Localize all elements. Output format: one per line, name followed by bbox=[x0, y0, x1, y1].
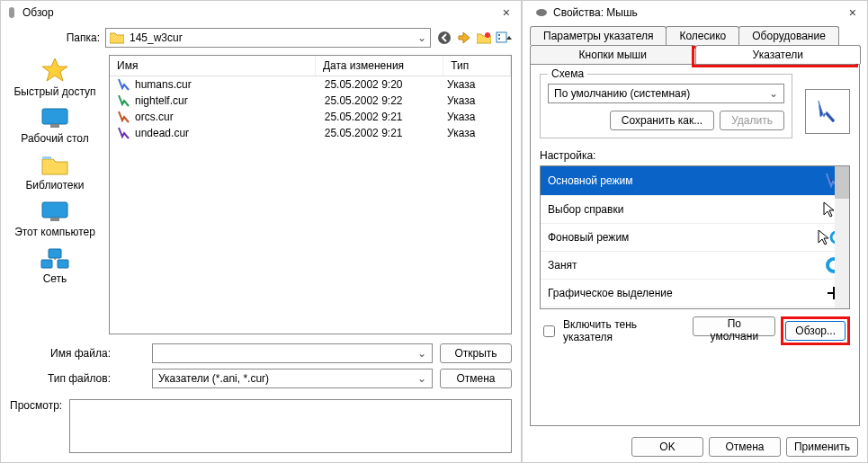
svg-rect-12 bbox=[41, 260, 52, 268]
browse-button[interactable]: Обзор... bbox=[785, 321, 846, 341]
back-icon[interactable] bbox=[436, 30, 452, 46]
mouse-icon bbox=[535, 7, 548, 18]
tab-strip: Параметры указателя Колесико Оборудовани… bbox=[530, 26, 860, 64]
delete-button[interactable]: Удалить bbox=[720, 111, 784, 130]
close-icon[interactable]: × bbox=[497, 5, 515, 20]
view-menu-icon[interactable] bbox=[496, 30, 512, 46]
file-list[interactable]: humans.cur25.05.2002 9:20Указаnightelf.c… bbox=[110, 76, 511, 334]
tab-content: Схема По умолчанию (системная) ⌄ Сохрани… bbox=[530, 64, 860, 426]
folder-row: Папка: 145_w3cur ⌄ bbox=[1, 24, 521, 51]
close-icon[interactable]: × bbox=[844, 5, 862, 20]
cursor-file-icon bbox=[117, 127, 130, 139]
svg-rect-9 bbox=[42, 202, 67, 218]
file-row[interactable]: orcs.cur25.05.2002 9:21Указа bbox=[110, 109, 511, 125]
folder-toolbar bbox=[436, 30, 512, 46]
folder-combo[interactable]: 145_w3cur ⌄ bbox=[105, 28, 431, 48]
svg-rect-5 bbox=[498, 38, 500, 40]
tab-pointer-options[interactable]: Параметры указателя bbox=[530, 26, 667, 45]
place-libraries[interactable]: Библиотеки bbox=[25, 154, 84, 191]
tab-pointers[interactable]: Указатели bbox=[695, 45, 862, 64]
browse-dialog: Обзор × Папка: 145_w3cur ⌄ Быстрый досту… bbox=[0, 0, 522, 463]
scrollbar-thumb[interactable] bbox=[835, 166, 849, 199]
file-row[interactable]: humans.cur25.05.2002 9:20Указа bbox=[110, 76, 511, 93]
file-row[interactable]: undead.cur25.05.2002 9:21Указа bbox=[110, 125, 511, 141]
svg-rect-6 bbox=[42, 109, 67, 124]
chevron-down-icon: ⌄ bbox=[417, 31, 426, 44]
pointer-row[interactable]: Фоновый режим bbox=[541, 224, 849, 252]
filename-input[interactable]: ⌄ bbox=[152, 343, 433, 363]
place-network[interactable]: Сеть bbox=[40, 247, 70, 285]
file-date: 25.05.2002 9:20 bbox=[325, 78, 447, 91]
file-row[interactable]: nightelf.cur25.05.2002 9:22Указа bbox=[110, 93, 511, 109]
folder-value: 145_w3cur bbox=[130, 31, 183, 44]
open-button[interactable]: Открыть bbox=[440, 343, 512, 363]
pointer-label: Фоновый режим bbox=[548, 231, 629, 244]
apply-button[interactable]: Применить bbox=[786, 437, 858, 457]
default-button[interactable]: По умолчани bbox=[693, 316, 775, 336]
filetype-label: Тип файлов: bbox=[10, 372, 118, 385]
dialog-buttons: OK Отмена Применить bbox=[523, 432, 867, 462]
svg-rect-13 bbox=[58, 260, 68, 268]
file-name: humans.cur bbox=[135, 78, 192, 91]
tab-hardware[interactable]: Оборудование bbox=[738, 26, 839, 45]
preview-label: Просмотр: bbox=[10, 399, 62, 412]
cursor-file-icon bbox=[117, 78, 130, 91]
filetype-combo[interactable]: Указатели (*.ani, *.cur) ⌄ bbox=[152, 369, 433, 388]
places-bar: Быстрый доступ Рабочий стол Библиотеки Э… bbox=[1, 51, 109, 338]
svg-rect-3 bbox=[497, 32, 506, 42]
red-highlight-2: Обзор... bbox=[781, 316, 850, 345]
settings-label: Настройка: bbox=[540, 149, 850, 162]
cursor-file-icon bbox=[117, 111, 130, 123]
svg-rect-0 bbox=[9, 7, 14, 18]
up-icon[interactable] bbox=[456, 30, 472, 46]
cancel-button[interactable]: Отмена bbox=[440, 369, 512, 388]
pointer-label: Занят bbox=[548, 259, 577, 272]
file-date: 25.05.2002 9:21 bbox=[325, 127, 447, 139]
svg-rect-8 bbox=[42, 156, 51, 159]
svg-rect-7 bbox=[50, 124, 59, 128]
svg-rect-11 bbox=[49, 249, 61, 258]
scheme-group: Схема По умолчанию (системная) ⌄ Сохрани… bbox=[540, 74, 792, 138]
pointer-row[interactable]: Графическое выделение bbox=[541, 280, 849, 307]
mouse-properties-dialog: Свойства: Мышь × Параметры указателя Кол… bbox=[522, 0, 868, 463]
shadow-checkbox[interactable] bbox=[543, 325, 555, 337]
cancel-button-props[interactable]: Отмена bbox=[709, 437, 781, 457]
chevron-down-icon: ⌄ bbox=[417, 347, 426, 360]
file-type: Указа bbox=[447, 78, 504, 91]
col-name[interactable]: Имя bbox=[110, 56, 316, 76]
file-name: undead.cur bbox=[135, 127, 189, 139]
scheme-combo[interactable]: По умолчанию (системная) ⌄ bbox=[548, 84, 784, 103]
pointer-list[interactable]: Основной режимВыбор справки?Фоновый режи… bbox=[540, 165, 850, 309]
file-type: Указа bbox=[447, 94, 504, 107]
scheme-legend: Схема bbox=[548, 67, 587, 80]
ok-button[interactable]: OK bbox=[631, 437, 703, 457]
place-quick-access[interactable]: Быстрый доступ bbox=[13, 57, 95, 98]
pointer-label: Графическое выделение bbox=[548, 287, 673, 299]
shadow-label: Включить тень указателя bbox=[563, 318, 687, 343]
file-date: 25.05.2002 9:21 bbox=[325, 111, 447, 123]
tab-buttons[interactable]: Кнопки мыши bbox=[530, 45, 696, 64]
pointer-label: Основной режим bbox=[548, 174, 633, 187]
col-date[interactable]: Дата изменения bbox=[316, 56, 443, 76]
place-desktop[interactable]: Рабочий стол bbox=[21, 107, 88, 145]
save-as-button[interactable]: Сохранить как... bbox=[610, 111, 714, 130]
file-type: Указа bbox=[447, 127, 504, 139]
file-name: orcs.cur bbox=[135, 111, 174, 123]
props-titlebar: Свойства: Мышь × bbox=[523, 1, 867, 24]
pointer-row[interactable]: Основной режим bbox=[541, 166, 849, 196]
file-type: Указа bbox=[447, 111, 504, 123]
svg-point-15 bbox=[536, 9, 547, 16]
cursor-app-icon bbox=[6, 6, 17, 19]
filename-label: Имя файла: bbox=[10, 347, 118, 360]
col-type[interactable]: Тип bbox=[443, 56, 511, 76]
props-title: Свойства: Мышь bbox=[553, 6, 638, 19]
pointer-row[interactable]: Занят bbox=[541, 252, 849, 280]
cursor-file-icon bbox=[117, 94, 130, 107]
place-computer[interactable]: Этот компьютер bbox=[14, 200, 95, 238]
scheme-preview bbox=[805, 89, 850, 134]
preview-box bbox=[69, 399, 512, 453]
new-folder-icon[interactable] bbox=[476, 30, 492, 46]
pointer-row[interactable]: Выбор справки? bbox=[541, 196, 849, 224]
file-list-area: Имя Дата изменения Тип humans.cur25.05.2… bbox=[109, 55, 512, 334]
tab-wheel[interactable]: Колесико bbox=[666, 26, 739, 45]
